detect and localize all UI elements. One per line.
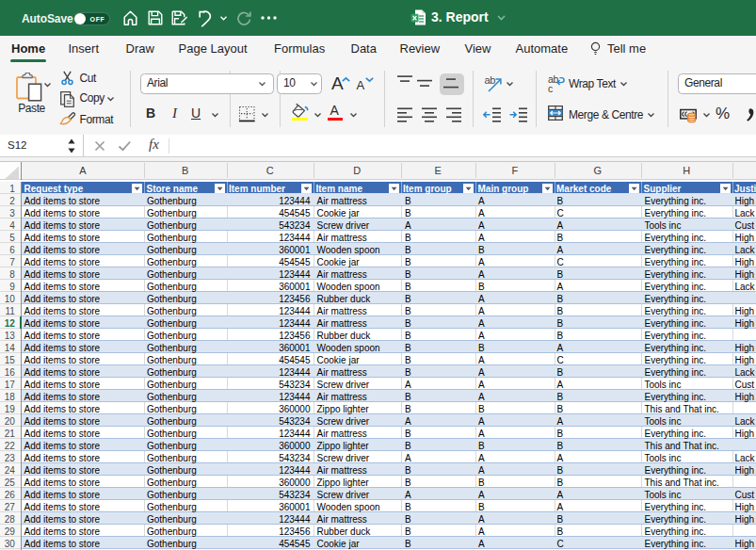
svg-text:ab: ab — [485, 73, 496, 85]
svg-text:c: c — [548, 83, 553, 93]
